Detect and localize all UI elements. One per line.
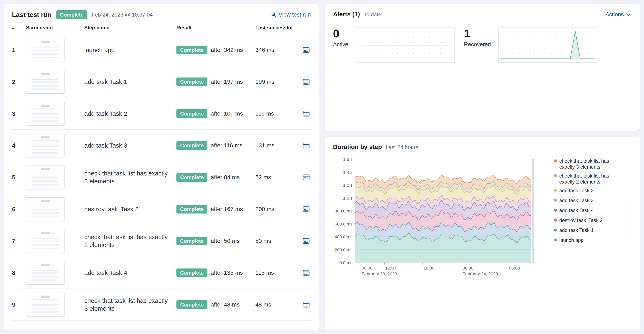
- legend-options-button[interactable]: [628, 237, 632, 244]
- legend-color-dot: [554, 174, 557, 177]
- step-screenshot-thumbnail[interactable]: [26, 102, 64, 126]
- thumbnail-content-line: [32, 88, 58, 90]
- legend-item[interactable]: add task Task 3: [554, 198, 632, 204]
- step-duration: after 135 ms: [211, 270, 243, 276]
- chevron-down-icon: [626, 14, 630, 16]
- recovered-alerts-count: 1: [464, 28, 491, 40]
- legend-color-dot: [554, 238, 557, 242]
- step-row: 3 add task Task 2 Complete after 100 ms …: [12, 98, 311, 130]
- alerts-actions-button[interactable]: Actions: [604, 11, 632, 18]
- step-detail-button[interactable]: [302, 268, 311, 277]
- legend-item[interactable]: destroy task 'Task 2': [554, 217, 632, 224]
- step-last-successful: 200 ms: [255, 206, 297, 212]
- active-alerts-group: 0 Active: [333, 28, 454, 62]
- step-screenshot-thumbnail[interactable]: [26, 261, 64, 284]
- step-result-badge: Complete: [176, 141, 208, 150]
- alerts-subtitle: To date: [364, 11, 381, 18]
- step-detail-icon: [302, 206, 310, 213]
- right-column: Alerts (1) To date Actions 0 Active: [325, 4, 640, 330]
- step-row: 8 add task Task 4 Complete after 135 ms …: [12, 257, 311, 289]
- step-duration: after 100 ms: [211, 110, 243, 117]
- vertical-dots-icon: [629, 198, 631, 204]
- step-number: 4: [12, 142, 24, 149]
- legend-options-button[interactable]: [628, 217, 632, 224]
- step-detail-icon: [302, 301, 310, 308]
- thumbnail-title-bar: [41, 296, 50, 298]
- step-result-cell: Complete after 167 ms: [176, 205, 253, 214]
- legend-item[interactable]: add task Task 4: [554, 207, 632, 214]
- legend-options-button[interactable]: [628, 173, 632, 180]
- alerts-panel: Alerts (1) To date Actions 0 Active: [325, 4, 640, 130]
- legend-item[interactable]: check that task list has exactly 2 eleme…: [554, 173, 632, 185]
- vertical-dots-icon: [629, 218, 631, 224]
- thumbnail-content-line: [32, 280, 58, 281]
- thumbnail-content-line: [32, 212, 58, 214]
- legend-label: add task Task 3: [559, 198, 626, 204]
- step-actions-cell: [299, 268, 311, 277]
- duration-chart-legend: check that task list has exactly 3 eleme…: [548, 158, 632, 279]
- svg-text:00:00: 00:00: [462, 266, 474, 270]
- thumbnail-title-bar: [41, 136, 50, 138]
- view-test-run-link[interactable]: View test run: [271, 12, 311, 18]
- alerts-stats-row: 0 Active 1 Recovered: [333, 28, 632, 62]
- thumbnail-input-line: [32, 268, 58, 270]
- legend-item[interactable]: add task Task 2: [554, 188, 632, 195]
- step-detail-button[interactable]: [302, 77, 311, 86]
- step-result-cell: Complete after 197 ms: [176, 78, 253, 86]
- duration-chart-y-axis: 1.6 s1.4 s1.2 s1.0 s800.0 ms600.0 ms400.…: [333, 158, 355, 276]
- step-screenshot-thumbnail[interactable]: [26, 198, 64, 221]
- legend-label: add task Task 2: [559, 188, 626, 194]
- step-screenshot-thumbnail[interactable]: [26, 229, 64, 253]
- step-screenshot-thumbnail[interactable]: [26, 134, 64, 157]
- step-screenshot-cell: [26, 166, 82, 189]
- step-detail-button[interactable]: [302, 236, 311, 246]
- legend-options-button[interactable]: [628, 227, 632, 234]
- thumbnail-title-bar: [41, 104, 50, 107]
- steps-table: # Screenshot Step name Result Last succe…: [12, 23, 311, 328]
- legend-options-button[interactable]: [628, 158, 632, 165]
- legend-label: destroy task 'Task 2': [559, 217, 626, 223]
- thumbnail-input-line: [32, 108, 58, 112]
- step-detail-button[interactable]: [302, 141, 311, 150]
- step-detail-button[interactable]: [302, 300, 311, 309]
- step-actions-cell: [299, 173, 311, 182]
- step-screenshot-thumbnail[interactable]: [26, 293, 64, 316]
- step-screenshot-thumbnail[interactable]: [26, 166, 64, 189]
- step-number: 1: [12, 46, 24, 54]
- legend-item[interactable]: add task Task 1: [554, 227, 632, 234]
- step-result-cell: Complete after 135 ms: [176, 268, 253, 277]
- legend-item[interactable]: launch app: [554, 237, 632, 244]
- run-status-badge: Complete: [56, 10, 87, 19]
- step-detail-button[interactable]: [302, 109, 311, 118]
- vertical-dots-icon: [629, 158, 631, 164]
- col-header-num: #: [12, 25, 24, 30]
- legend-label: check that task list has exactly 2 eleme…: [559, 173, 626, 185]
- alerts-header: Alerts (1) To date Actions: [333, 11, 632, 18]
- duration-header: Duration by step Last 24 hours: [333, 144, 632, 150]
- step-detail-button[interactable]: [302, 173, 311, 182]
- legend-options-button[interactable]: [628, 188, 632, 195]
- thumbnail-input-line: [32, 140, 58, 143]
- thumbnail-title-bar: [41, 41, 50, 43]
- step-row: 7 check that task list has exactly 2 ele…: [12, 225, 311, 257]
- step-screenshot-cell: [26, 229, 82, 253]
- legend-label: launch app: [559, 237, 626, 243]
- step-result-badge: Complete: [176, 268, 208, 277]
- thumbnail-input-line: [32, 204, 58, 207]
- step-detail-button[interactable]: [302, 46, 311, 54]
- legend-options-button[interactable]: [628, 207, 632, 214]
- y-axis-tick-label: 800.0 ms: [335, 208, 352, 214]
- step-result-badge: Complete: [176, 237, 208, 245]
- thumbnail-content-line: [32, 145, 58, 147]
- duration-chart-svg: 06:0012:0018:0000:0006:00February 23, 20…: [355, 158, 548, 278]
- step-screenshot-thumbnail[interactable]: [26, 38, 64, 62]
- step-screenshot-cell: [26, 293, 82, 316]
- recovered-alerts-label: Recovered: [464, 41, 491, 48]
- recovered-alerts-stat: 1 Recovered: [464, 28, 491, 62]
- legend-item[interactable]: check that task list has exactly 3 eleme…: [554, 158, 632, 170]
- legend-options-button[interactable]: [628, 198, 632, 204]
- step-last-successful: 50 ms: [255, 238, 297, 244]
- step-actions-cell: [299, 77, 311, 86]
- step-detail-button[interactable]: [302, 204, 311, 214]
- step-screenshot-thumbnail[interactable]: [26, 70, 64, 94]
